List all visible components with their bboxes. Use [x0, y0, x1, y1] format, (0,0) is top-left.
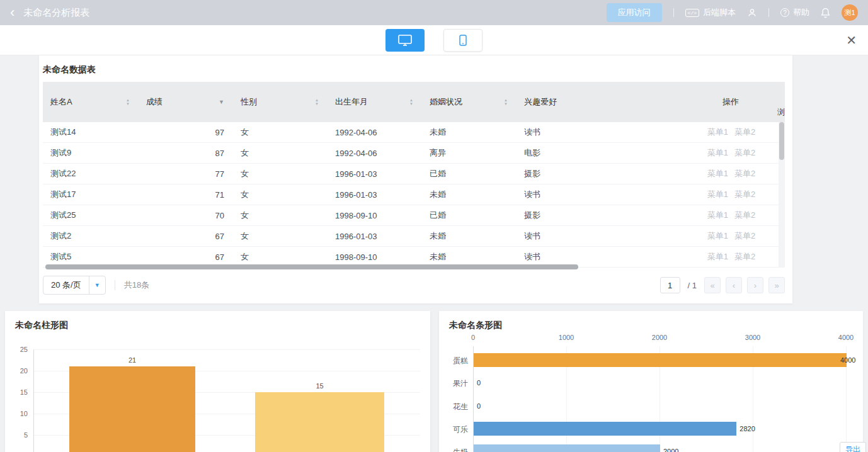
corner-fragment-button[interactable]: 导出 [840, 442, 866, 452]
table-cell: 读书 [517, 122, 684, 142]
table-cell: 1998-09-10 [328, 205, 422, 225]
row-action-menu1[interactable]: 菜单1 [707, 230, 728, 242]
column-bar [255, 392, 384, 452]
row-action-menu1[interactable]: 菜单1 [707, 147, 728, 159]
back-icon[interactable]: ‹ [10, 6, 14, 20]
row-action-menu1[interactable]: 菜单1 [707, 127, 728, 138]
app-access-button[interactable]: 应用访问 [607, 3, 662, 22]
table-cell: 67 [139, 226, 233, 246]
row-action-menu1[interactable]: 菜单1 [707, 251, 728, 263]
divider [768, 8, 769, 17]
page-title: 未命名分析报表 [23, 7, 89, 19]
x-tick-label: 0 [471, 334, 475, 341]
column-label: 性别 [241, 96, 257, 108]
table-cell: 读书 [517, 226, 684, 246]
gridline [33, 349, 420, 350]
first-page-button[interactable]: « [704, 277, 721, 293]
x-tick-label: 4000 [838, 334, 854, 341]
page-number-input[interactable]: 1 [660, 277, 680, 293]
category-label: 牛奶 [443, 447, 468, 452]
table-cell: 1996-01-03 [328, 164, 422, 184]
bar-value-label: 2820 [740, 425, 755, 432]
column-header-3[interactable]: 性别▲▼ [233, 82, 328, 122]
row-actions-cell: 菜单1菜单2 [684, 143, 779, 163]
bar-value-label: 21 [69, 356, 195, 364]
row-action-menu1[interactable]: 菜单1 [707, 210, 728, 221]
bell-icon[interactable] [821, 8, 830, 18]
close-icon[interactable]: ✕ [846, 33, 857, 48]
table-cell: 87 [139, 143, 233, 163]
bell-glyph [821, 8, 830, 18]
sort-icon[interactable]: ▲▼ [315, 98, 319, 106]
row-action-menu2[interactable]: 菜单2 [734, 168, 755, 179]
table-cell: 70 [139, 205, 233, 225]
x-tick-label: 3000 [745, 334, 760, 341]
row-action-menu2[interactable]: 菜单2 [734, 230, 755, 242]
vertical-scrollbar[interactable] [779, 122, 785, 268]
column-label: 姓名A [50, 96, 72, 108]
page-size-select[interactable]: 20 条/页 ▼ [43, 276, 106, 295]
row-actions-cell: 菜单1菜单2 [684, 226, 779, 246]
table-cell: 1996-01-03 [328, 226, 422, 246]
row-action-menu1[interactable]: 菜单1 [707, 189, 728, 200]
help-button[interactable]: ? 帮助 [780, 7, 809, 18]
y-tick-label: 20 [10, 367, 28, 375]
row-actions-cell: 菜单1菜单2 [684, 205, 779, 225]
table-cell: 摄影 [517, 205, 684, 225]
table-cell: 女 [233, 143, 328, 163]
sort-icon[interactable]: ▲▼ [409, 98, 413, 106]
table-cell: 1992-04-06 [328, 122, 422, 142]
horizontal-scrollbar-thumb[interactable] [45, 264, 578, 269]
column-header-2[interactable]: 成绩▼ [139, 82, 233, 122]
column-label: 兴趣爱好 [524, 96, 557, 108]
column-header-6[interactable]: 兴趣爱好 [517, 82, 684, 122]
horizontal-scrollbar[interactable] [43, 264, 785, 270]
column-label: 婚姻状况 [430, 96, 462, 108]
table-row: 测试2277女1996-01-03已婚摄影菜单1菜单2 [43, 164, 779, 184]
table-header-row: 浏 姓名A▲▼成绩▼性别▲▼出生年月▲▼婚姻状况▲▼兴趣爱好操作 [43, 82, 785, 122]
sort-icon[interactable]: ▲▼ [504, 98, 508, 106]
last-page-button[interactable]: » [768, 277, 785, 293]
column-chart: 5101520252115 [5, 311, 430, 452]
table-row: 测试2570女1998-09-10已婚摄影菜单1菜单2 [43, 205, 779, 226]
row-action-menu2[interactable]: 菜单2 [734, 210, 755, 221]
bar-value-label: 15 [255, 382, 384, 390]
column-header-4[interactable]: 出生年月▲▼ [328, 82, 422, 122]
phone-icon [459, 35, 467, 46]
row-action-menu2[interactable]: 菜单2 [734, 251, 755, 263]
y-tick-label: 15 [10, 388, 28, 396]
category-label: 果汁 [443, 378, 468, 389]
sort-icon[interactable]: ▲▼ [126, 98, 130, 106]
category-label: 蛋糕 [443, 356, 468, 366]
table-cell: 测试22 [43, 164, 139, 184]
avatar[interactable]: 测1 [842, 4, 858, 21]
column-header-1[interactable]: 姓名A▲▼ [43, 82, 139, 122]
backend-script-button[interactable]: </> 后端脚本 [685, 7, 736, 18]
table-cell: 离异 [422, 143, 517, 163]
table-row: 测试1771女1996-01-03未婚读书菜单1菜单2 [43, 184, 779, 205]
table-cell: 测试9 [43, 143, 139, 163]
row-actions-cell: 菜单1菜单2 [684, 184, 779, 205]
column-header-7[interactable]: 操作 [684, 82, 779, 122]
table-cell: 1996-01-03 [328, 184, 422, 205]
filter-icon[interactable]: ▼ [219, 99, 224, 105]
column-label: 操作 [722, 96, 739, 108]
mobile-preview-button[interactable] [443, 29, 483, 52]
prev-page-button[interactable]: ‹ [726, 277, 742, 293]
column-header-5[interactable]: 婚姻状况▲▼ [422, 82, 517, 122]
y-tick-label: 10 [10, 410, 28, 417]
members-icon[interactable] [747, 8, 757, 18]
table-cell: 未婚 [422, 184, 517, 205]
row-action-menu1[interactable]: 菜单1 [707, 168, 728, 179]
vertical-scrollbar-thumb[interactable] [779, 122, 784, 160]
desktop-preview-button[interactable] [385, 29, 425, 52]
row-action-menu2[interactable]: 菜单2 [734, 147, 755, 159]
select-caret-icon: ▼ [89, 276, 105, 294]
bar-chart-card: 未命名条形图 01000200030004000蛋糕4000果汁0花生0可乐28… [439, 311, 863, 452]
row-action-menu2[interactable]: 菜单2 [734, 127, 755, 138]
next-page-button[interactable]: › [747, 277, 763, 293]
table-cell: 已婚 [422, 205, 517, 225]
table-row: 测试1497女1992-04-06未婚读书菜单1菜单2 [43, 122, 779, 143]
person-icon [747, 8, 757, 18]
row-action-menu2[interactable]: 菜单2 [734, 189, 755, 200]
